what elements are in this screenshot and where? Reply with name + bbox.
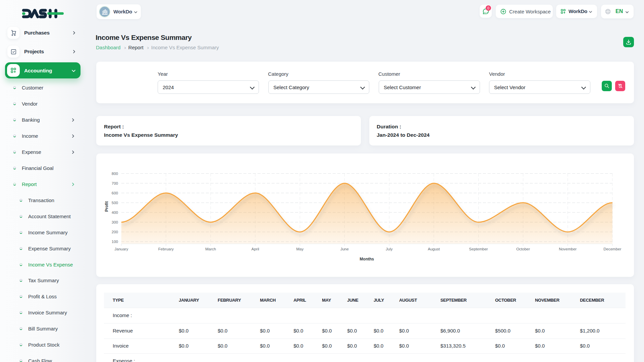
svg-text:March: March xyxy=(205,247,216,251)
svg-text:August: August xyxy=(428,247,440,251)
svg-text:December: December xyxy=(603,247,621,251)
svg-text:April: April xyxy=(251,247,259,251)
svg-text:July: July xyxy=(386,247,393,251)
svg-text:November: November xyxy=(559,247,577,251)
svg-text:400: 400 xyxy=(112,210,118,215)
svg-text:600: 600 xyxy=(112,191,118,195)
svg-text:September: September xyxy=(469,247,488,251)
svg-text:May: May xyxy=(296,247,304,251)
svg-text:200: 200 xyxy=(112,230,118,234)
svg-text:300: 300 xyxy=(112,220,118,224)
svg-text:October: October xyxy=(516,247,530,251)
svg-text:June: June xyxy=(340,247,349,251)
svg-text:500: 500 xyxy=(112,201,118,205)
svg-text:February: February xyxy=(158,247,174,251)
svg-text:100: 100 xyxy=(112,240,118,244)
svg-text:Months: Months xyxy=(360,257,374,261)
svg-text:800: 800 xyxy=(112,172,118,176)
svg-text:700: 700 xyxy=(112,181,118,185)
svg-text:Profit: Profit xyxy=(104,201,109,212)
svg-text:January: January xyxy=(114,247,128,251)
